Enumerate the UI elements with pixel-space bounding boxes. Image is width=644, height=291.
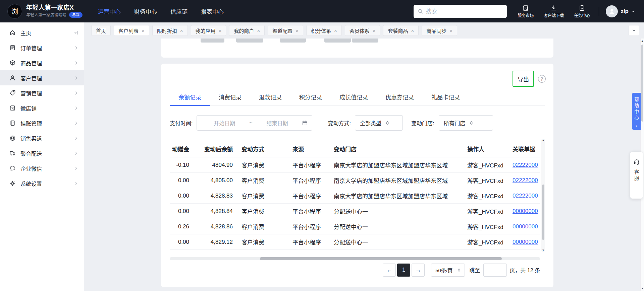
close-icon[interactable]: ×	[142, 28, 145, 33]
date-range-picker[interactable]: 开始日期 ~ 结束日期	[197, 115, 312, 131]
marketplace-icon	[522, 5, 529, 11]
select-caret-icon	[457, 268, 462, 273]
service-market-link[interactable]: 服务市场	[518, 5, 534, 18]
store-select[interactable]: 所有门店	[439, 115, 493, 131]
nav-operations-center[interactable]: 运营中心	[98, 7, 121, 15]
tab-points-system[interactable]: 积分体系×	[306, 25, 342, 36]
close-icon[interactable]: ×	[180, 28, 183, 33]
prev-page-button[interactable]: ←	[383, 264, 396, 277]
customer-service-button[interactable]: 客服	[630, 152, 643, 199]
table-header-cell: 变动方式	[234, 145, 285, 153]
close-icon[interactable]: ×	[257, 28, 260, 33]
tabs-collapse-button[interactable]	[629, 25, 639, 36]
chevron-right-icon	[74, 151, 78, 156]
calendar-icon[interactable]	[302, 120, 308, 126]
end-date-input[interactable]: 结束日期	[254, 119, 301, 127]
sidebar-item-delivery[interactable]: 聚合配送	[0, 146, 84, 161]
scroll-down-icon[interactable]: ▼	[641, 287, 644, 290]
sidebar-item-products[interactable]: 商品管理	[0, 55, 84, 70]
order-link[interactable]: 00000000	[505, 223, 540, 230]
tab-balance-records[interactable]: 余额记录	[170, 90, 210, 105]
sidebar-item-wecom[interactable]: 企业微信	[0, 161, 84, 176]
select-caret-icon	[385, 120, 390, 126]
page-scroll-thumb[interactable]	[641, 45, 643, 122]
export-button[interactable]: 导出	[513, 71, 534, 87]
sidebar-item-orders[interactable]: 订单管理	[0, 40, 84, 55]
order-link[interactable]: 02222000	[505, 193, 540, 199]
page-size-select[interactable]: 50条/页	[431, 264, 465, 277]
close-icon[interactable]: ×	[334, 28, 337, 33]
client-download-link[interactable]: 客户端下载	[544, 5, 564, 18]
table-header-cell: 变动门店	[326, 145, 460, 153]
hq-badge: 总部	[69, 12, 83, 18]
chevron-right-icon	[74, 76, 78, 80]
customer-icon	[9, 75, 16, 81]
table-vertical-scrollbar[interactable]: ▲ ▼	[541, 139, 545, 252]
user-menu[interactable]: zlp	[606, 5, 635, 17]
ledger-icon	[9, 120, 16, 126]
close-icon[interactable]: ×	[219, 28, 222, 33]
start-date-input[interactable]: 开始日期	[201, 119, 248, 127]
nav-finance-center[interactable]: 财务中心	[134, 7, 157, 15]
nav-report-center[interactable]: 报表中心	[201, 7, 224, 15]
close-icon[interactable]: ×	[411, 28, 414, 33]
change-type-select[interactable]: 全部类型	[355, 115, 403, 131]
sidebar-item-settings[interactable]: 系统设置	[0, 176, 84, 191]
vertical-scroll-thumb[interactable]	[542, 185, 544, 240]
page-number-current[interactable]: 1	[397, 264, 410, 277]
sidebar-item-micro-shop[interactable]: 微店铺	[0, 100, 84, 116]
filter-bar: 支付时间: 开始日期 ~ 结束日期 变动方式: 全部类型 变动门店:	[170, 115, 545, 131]
tab-member-system[interactable]: 会员体系×	[345, 25, 380, 36]
tab-growth-records[interactable]: 成长值记录	[331, 90, 377, 105]
tab-product-sync[interactable]: 商品同步×	[422, 25, 457, 36]
tab-coupon-records[interactable]: 优惠券记录	[377, 90, 423, 105]
tab-giftcard-records[interactable]: 礼品卡记录	[423, 90, 469, 105]
brand-block: 年轻人第一家店X 年轻人第一家店铺哈哈 总部	[26, 5, 83, 18]
pagination: ← 1 → 50条/页 跳至 页，共 12 条	[170, 263, 540, 277]
close-icon[interactable]: ×	[373, 28, 376, 33]
task-center-link[interactable]: 任务中心	[574, 5, 590, 18]
close-icon[interactable]: ×	[296, 28, 299, 33]
tab-points-records[interactable]: 积分记录	[290, 90, 331, 105]
chevron-right-icon	[74, 46, 78, 50]
user-name: zlp	[621, 8, 629, 15]
nav-supply-chain[interactable]: 供应链	[170, 7, 187, 15]
global-search[interactable]	[414, 5, 507, 18]
select-caret-icon	[469, 120, 474, 126]
tab-package-products[interactable]: 套餐商品×	[383, 25, 419, 36]
chevron-right-icon	[74, 106, 78, 111]
scroll-up-icon[interactable]: ▲	[641, 40, 644, 43]
scroll-up-icon[interactable]: ▲	[541, 139, 545, 142]
tab-home[interactable]: 首页	[91, 25, 111, 36]
search-input[interactable]	[426, 8, 503, 14]
help-icon[interactable]: ?	[538, 75, 546, 83]
order-link[interactable]: 02222000	[505, 177, 540, 184]
jump-to-input[interactable]	[483, 264, 507, 277]
order-link[interactable]: 00000000	[505, 208, 540, 215]
order-link[interactable]: 02222000	[505, 162, 540, 168]
collapse-sidebar-icon[interactable]	[74, 30, 78, 35]
tab-consumption-records[interactable]: 消费记录	[210, 90, 250, 105]
horizontal-scroll-thumb[interactable]	[260, 257, 502, 260]
tab-channel-config[interactable]: 渠道配置×	[268, 25, 303, 36]
table-row: 0.00 4,829.12 客户消费 平台小程序 分配送中心一 游客_HVCFx…	[170, 234, 540, 250]
tab-refund-records[interactable]: 退款记录	[250, 90, 290, 105]
order-link[interactable]: 00000000	[505, 239, 540, 245]
tab-limited-discount[interactable]: 限时折扣×	[152, 25, 188, 36]
sidebar-item-marketing[interactable]: 营销管理	[0, 85, 84, 100]
close-icon[interactable]: ×	[449, 28, 452, 33]
sidebar-item-sales-channels[interactable]: 销售渠道	[0, 131, 84, 146]
help-center-tab[interactable]: 帮助中心 ‹	[632, 93, 641, 130]
tab-customer-list[interactable]: 客户列表×	[114, 25, 149, 36]
sidebar-item-credit-ledger[interactable]: 挂账管理	[0, 116, 84, 131]
sidebar-item-customers[interactable]: 客户管理	[0, 70, 84, 85]
order-icon	[9, 45, 16, 51]
scroll-down-icon[interactable]: ▼	[541, 249, 545, 252]
next-page-button[interactable]: →	[412, 264, 425, 277]
table-horizontal-scrollbar[interactable]	[170, 257, 540, 260]
table-row: -0.26 4,828.86 客户消费 平台小程序 分配送中心一 游客_HVCF…	[170, 219, 540, 234]
tab-my-merchants[interactable]: 我的商户×	[229, 25, 265, 36]
tab-my-apps[interactable]: 我的应用×	[191, 25, 226, 36]
jump-to-label: 跳至	[469, 266, 480, 274]
sidebar-item-home[interactable]: 主页	[0, 25, 84, 40]
